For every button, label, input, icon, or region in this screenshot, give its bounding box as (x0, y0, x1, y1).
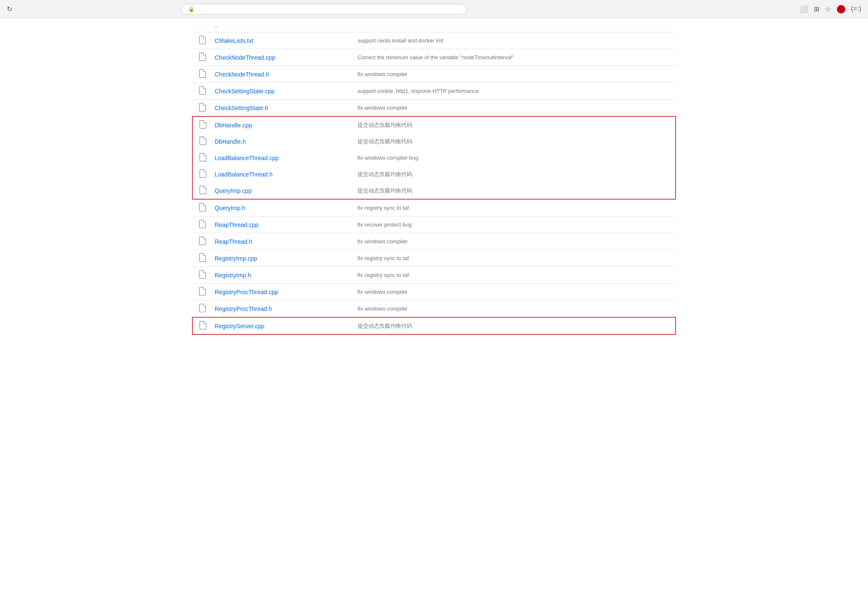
browser-actions: ⬜ ⊞ ☆ (=:) (800, 5, 861, 13)
table-row: CheckSettingState.cpp support cookie, ht… (192, 83, 676, 100)
table-row: RegistryImp.cpp fix registry sync to taf (192, 250, 676, 267)
address-bar[interactable]: 🔒 (181, 4, 467, 15)
file-icon-cell (192, 267, 208, 284)
commit-message-cell: fix registry sync to taf (351, 250, 676, 267)
table-row: CheckSettingState.h fix windows compiler (192, 100, 676, 117)
dotdot-cell (192, 18, 208, 32)
table-row: CheckNodeThread.cpp Correct the minimum … (192, 49, 676, 66)
commit-message-cell: fix windows compiler (351, 300, 676, 318)
file-icon (199, 304, 206, 312)
lock-icon: 🔒 (188, 6, 195, 12)
file-icon-cell (192, 199, 208, 216)
file-icon-cell (192, 182, 208, 199)
file-icon (199, 86, 206, 95)
file-icon-cell (192, 250, 208, 267)
table-row: DbHandle.cpp 提交动态负载均衡代码 (192, 116, 676, 133)
file-icon-cell (192, 216, 208, 233)
file-name-cell[interactable]: RegistryImp.h (208, 267, 351, 284)
browser-bar: ↻ 🔒 ⬜ ⊞ ☆ (=:) (0, 0, 868, 18)
file-icon-cell (192, 150, 208, 166)
file-icon (199, 270, 206, 279)
table-row: RegistryImp.h fix registry sync to taf (192, 267, 676, 284)
commit-message-cell: fix windows compiler bug (351, 150, 676, 166)
file-icon-cell (192, 49, 208, 66)
file-icon-cell (192, 116, 208, 133)
commit-message-cell: 提交动态负载均衡代码 (351, 182, 676, 199)
file-name-cell[interactable]: DbHandle.h (208, 133, 351, 150)
file-icon-cell (192, 66, 208, 83)
table-row: RegistryProcThread.cpp fix windows compi… (192, 284, 676, 300)
star-icon[interactable]: ☆ (825, 5, 831, 13)
file-name-cell[interactable]: ReapThread.cpp (208, 216, 351, 233)
file-icon (199, 69, 206, 78)
table-row: LoadBalanceThread.h 提交动态负载均衡代码 (192, 166, 676, 182)
file-table: .. CMakeLists.txt support cento install … (192, 18, 676, 335)
file-name-cell[interactable]: RegistryServer.cpp (208, 317, 351, 334)
file-icon-cell (192, 233, 208, 250)
commit-message-cell: 提交动态负载均衡代码 (351, 133, 676, 150)
table-row: ReapThread.cpp fix recover protect bug (192, 216, 676, 233)
split-view-icon[interactable]: ⬜ (800, 5, 808, 13)
commit-message-cell: fix windows compiler (351, 66, 676, 83)
table-row: QueryImp.h fix registry sync to taf (192, 199, 676, 216)
file-name-cell[interactable]: LoadBalanceThread.h (208, 166, 351, 182)
table-row: QueryImp.cpp 提交动态负载均衡代码 (192, 182, 676, 199)
file-name-cell[interactable]: QueryImp.cpp (208, 182, 351, 199)
commit-message-cell: fix registry sync to taf (351, 199, 676, 216)
commit-message-cell: fix registry sync to taf (351, 267, 676, 284)
table-row: RegistryProcThread.h fix windows compile… (192, 300, 676, 318)
file-icon (199, 53, 206, 61)
file-icon (199, 220, 206, 228)
file-icon (200, 137, 206, 145)
file-icon (199, 253, 206, 262)
commit-message-cell: 提交动态负载均衡代码 (351, 317, 676, 334)
file-icon (199, 103, 206, 111)
commit-message-cell: fix recover protect bug (351, 216, 676, 233)
refresh-button[interactable]: ↻ (7, 5, 12, 13)
file-name-cell[interactable]: CheckSettingState.h (208, 100, 351, 117)
file-icon-cell (192, 284, 208, 300)
file-icon-cell (192, 317, 208, 334)
file-name-cell[interactable]: CheckNodeThread.cpp (208, 49, 351, 66)
file-icon (200, 186, 206, 194)
file-icon (199, 237, 206, 245)
file-icon-cell (192, 133, 208, 150)
table-row: RegistryServer.cpp 提交动态负载均衡代码 (192, 317, 676, 334)
table-row: CheckNodeThread.h fix windows compiler (192, 66, 676, 83)
commit-message-cell: fix windows compiler (351, 233, 676, 250)
parent-dir-row[interactable]: .. (192, 18, 676, 32)
table-row: ReapThread.h fix windows compiler (192, 233, 676, 250)
file-icon-cell (192, 166, 208, 182)
firefox-icon (837, 5, 845, 13)
commit-message-cell: fix windows compiler (351, 284, 676, 300)
file-icon (200, 321, 206, 329)
file-name-cell[interactable]: RegistryImp.cpp (208, 250, 351, 267)
file-icon (199, 203, 206, 211)
extensions-icon[interactable]: (=:) (851, 5, 861, 13)
file-icon (200, 169, 206, 178)
commit-message-cell: 提交动态负载均衡代码 (351, 166, 676, 182)
table-row: LoadBalanceThread.cpp fix windows compil… (192, 150, 676, 166)
file-icon (199, 36, 206, 44)
commit-message-cell: support cento install and docker init (351, 32, 676, 49)
grid-icon[interactable]: ⊞ (814, 5, 819, 13)
commit-message-cell: Correct the minimum value of the variabl… (351, 49, 676, 66)
file-name-cell[interactable]: CMakeLists.txt (208, 32, 351, 49)
table-row: DbHandle.h 提交动态负载均衡代码 (192, 133, 676, 150)
main-container: .. CMakeLists.txt support cento install … (182, 18, 686, 335)
file-name-cell[interactable]: ReapThread.h (208, 233, 351, 250)
file-name-cell[interactable]: RegistryProcThread.h (208, 300, 351, 318)
file-name-cell[interactable]: RegistryProcThread.cpp (208, 284, 351, 300)
file-icon-cell (192, 300, 208, 318)
file-name-cell[interactable]: LoadBalanceThread.cpp (208, 150, 351, 166)
file-icon (200, 120, 206, 129)
file-name-cell[interactable]: CheckNodeThread.h (208, 66, 351, 83)
file-icon-cell (192, 83, 208, 100)
file-name-cell[interactable]: CheckSettingState.cpp (208, 83, 351, 100)
file-name-cell[interactable]: QueryImp.h (208, 199, 351, 216)
commit-message-cell: 提交动态负载均衡代码 (351, 116, 676, 133)
table-row: CMakeLists.txt support cento install and… (192, 32, 676, 49)
file-icon-cell (192, 100, 208, 117)
file-name-cell[interactable]: DbHandle.cpp (208, 116, 351, 133)
dotdot-link[interactable]: .. (208, 18, 676, 32)
